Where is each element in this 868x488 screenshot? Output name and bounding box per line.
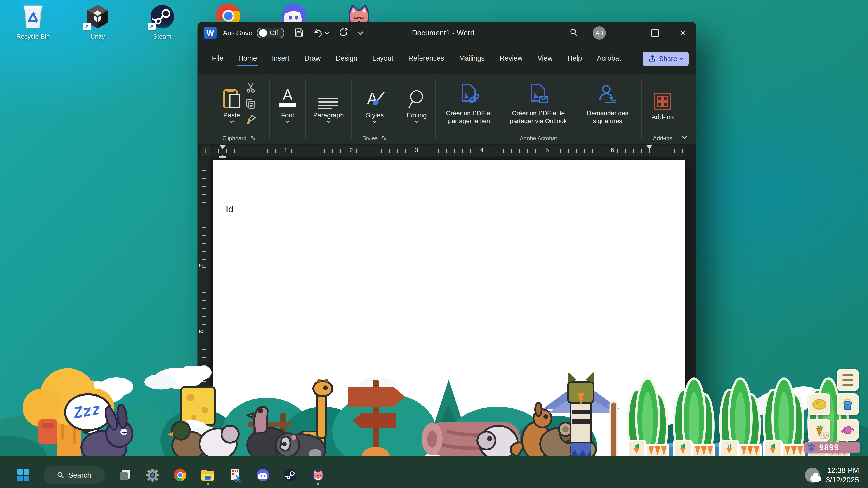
desktop-icon-unity[interactable]: Unity [70,4,125,40]
collapse-ribbon-button[interactable] [682,74,696,144]
autosave-toggle[interactable]: Off [257,28,284,38]
create-pdf-share-link-button[interactable]: Créer un PDF et partager le lien [437,84,501,125]
word-titlebar[interactable]: W AutoSave Off [197,22,696,44]
create-pdf-outlook-button[interactable]: Créer un PDF et le partager via Outlook [501,84,575,125]
cut-button[interactable] [245,82,256,94]
game-paw-points-bar: 9899 [804,442,860,453]
discord-taskbar-icon[interactable] [255,468,270,483]
word-logo-icon: W [204,27,217,39]
taskbar-search[interactable]: Search [43,466,105,484]
ruler-number: 2 [197,329,206,334]
shortcut-arrow-icon [148,23,156,30]
file-explorer-button[interactable] [200,468,215,483]
tab-view[interactable]: View [537,51,553,66]
paste-button[interactable]: Paste [222,86,241,123]
save-button[interactable] [294,28,304,38]
tab-selector[interactable]: L [201,147,211,156]
undo-dropdown-chevron-icon[interactable] [325,30,329,34]
pdf-link-icon [459,84,479,106]
running-indicator [207,483,209,485]
fox-game-taskbar-icon[interactable] [311,468,326,483]
right-indent-marker[interactable] [646,145,653,152]
ruler-number: 1 [197,263,206,267]
create-pdf-share-link-label: Créer un PDF et partager le lien [441,109,497,125]
format-painter-button[interactable] [245,115,256,126]
customize-qat-chevron-icon[interactable] [358,29,363,35]
paste-chevron-icon [230,119,234,123]
tab-home[interactable]: Home [238,51,257,66]
editing-button[interactable]: Editing [407,86,427,123]
wooden-pole [610,402,617,458]
copy-button[interactable] [245,98,256,110]
clock-time: 12:38 PM [826,466,859,475]
autosave-label: AutoSave [223,29,252,37]
paragraph-group: Paragraph [307,74,350,144]
tab-draw[interactable]: Draw [304,51,321,66]
share-button[interactable]: Share [643,52,688,66]
tab-review[interactable]: Review [499,51,523,66]
create-pdf-outlook-label: Créer un PDF et le partager via Outlook [506,109,571,125]
document-text[interactable]: Id [226,203,235,215]
maximize-button[interactable] [648,26,662,40]
weather-icon[interactable] [805,468,820,483]
game-bucket-button[interactable] [837,393,859,416]
hamburger-icon [842,374,853,386]
tab-acrobat[interactable]: Acrobat [596,51,621,66]
styles-group: A Styles Styles [353,74,397,144]
clipboard-dialog-launcher-icon[interactable] [250,135,256,141]
tab-insert[interactable]: Insert [272,51,290,66]
paragraph-button[interactable]: Paragraph [313,86,344,123]
settings-button[interactable] [145,468,160,483]
taskbar-clock[interactable]: 12:38 PM 3/12/2025 [826,466,859,485]
chrome-taskbar-icon[interactable] [173,468,188,483]
search-icon [57,471,64,479]
share-chevron-icon [680,56,684,60]
styles-button[interactable]: A Styles [364,86,385,123]
running-indicator [317,483,319,485]
carrot-count-badge: 10 [820,431,829,440]
tab-design[interactable]: Design [335,51,358,66]
tab-layout[interactable]: Layout [372,51,394,66]
tab-mailings[interactable]: Mailings [459,51,485,66]
tab-help[interactable]: Help [567,51,583,66]
request-signatures-label: Demander des signatures [580,109,636,125]
undo-button[interactable] [314,28,329,38]
search-icon[interactable] [569,28,578,38]
addins-icon [653,88,672,111]
game-carrot-button[interactable]: 10 [808,419,831,441]
account-avatar[interactable]: AB [593,26,606,39]
desktop-icon-label: Steam [153,33,172,40]
font-button[interactable]: A Font [279,86,296,123]
close-button[interactable]: × [676,26,690,40]
game-sponge-button[interactable] [808,393,831,416]
ruler-number: 5 [544,147,551,154]
styles-group-label: Styles [362,135,378,142]
acrobat-group-label: Adobe Acrobat [520,135,557,142]
farm-game-overlay: Zzz [0,366,868,465]
game-watering-can-button[interactable] [837,419,859,441]
paw-icon [806,443,816,452]
steam-icon [149,4,176,30]
tab-references[interactable]: References [408,51,445,66]
redo-button[interactable] [338,28,348,38]
desktop-icon-recycle-bin[interactable]: Recycle Bin [6,4,60,40]
desktop-icon-label: Unity [90,33,105,40]
share-label: Share [659,55,677,63]
pdf-outlook-icon [528,84,548,106]
ribbon-tabs: File Home Insert Draw Design Layout Refe… [197,44,696,74]
desktop-icon-steam[interactable]: Steam [135,4,189,40]
start-button[interactable] [16,468,31,483]
snipping-tool-button[interactable] [228,468,243,483]
minimize-button[interactable] [620,26,634,40]
request-signatures-button[interactable]: Demander des signatures [576,84,640,125]
font-label: Font [281,111,294,119]
desktop: Recycle Bin Unity [0,0,868,488]
horizontal-ruler[interactable]: 1 2 3 4 5 6 [213,146,685,156]
addins-button[interactable]: Add-ins [651,88,674,121]
font-chevron-icon [285,119,289,123]
tab-file[interactable]: File [212,51,224,66]
game-menu-button[interactable] [837,369,859,391]
styles-dialog-launcher-icon[interactable] [381,135,387,141]
task-view-button[interactable] [118,468,132,483]
steam-taskbar-icon[interactable] [283,468,298,483]
